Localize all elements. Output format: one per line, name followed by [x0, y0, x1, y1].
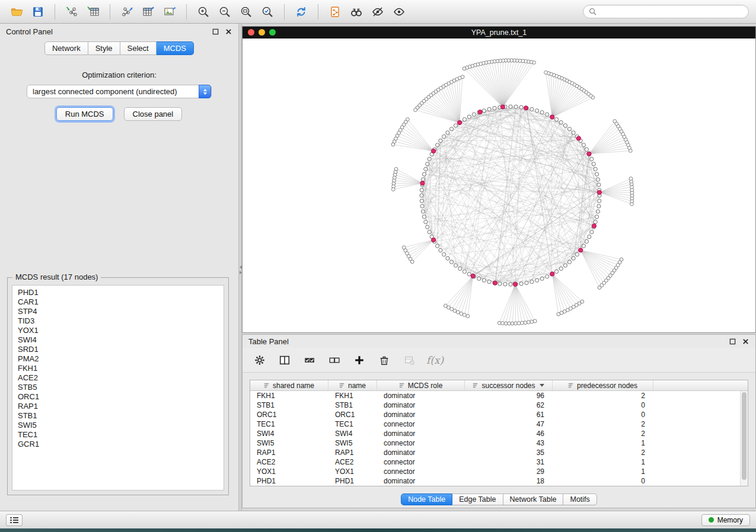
column-header-shared-name[interactable]: shared name	[250, 380, 328, 390]
mcds-node-item[interactable]: STP4	[18, 307, 218, 316]
main-toolbar	[0, 0, 756, 24]
close-panel-action-button[interactable]: Close panel	[124, 107, 183, 121]
mcds-node-item[interactable]: CAR1	[18, 297, 218, 307]
memory-status-icon	[709, 517, 714, 523]
memory-button[interactable]: Memory	[701, 514, 750, 526]
table-cell: ACE2	[250, 457, 328, 467]
table-row[interactable]: TEC1TEC1connector472	[250, 419, 740, 429]
import-disabled-button[interactable]	[401, 352, 417, 368]
export-network-icon	[120, 5, 133, 18]
deselect-all-button[interactable]	[327, 352, 342, 368]
mcds-node-item[interactable]: GCR1	[18, 440, 218, 449]
scrollbar-thumb[interactable]	[742, 392, 747, 480]
export-network-button[interactable]	[117, 3, 136, 21]
search-input[interactable]	[599, 8, 743, 16]
mcds-node-item[interactable]: PMA2	[18, 354, 218, 364]
zoom-out-button[interactable]	[215, 3, 234, 21]
mcds-node-item[interactable]: PHD1	[18, 288, 218, 297]
zoom-fit-button[interactable]	[237, 3, 256, 21]
table-row[interactable]: PHD1PHD1dominator180	[250, 476, 740, 486]
mcds-node-item[interactable]: STB1	[18, 411, 218, 421]
export-image-button[interactable]	[160, 3, 179, 21]
table-panel-title: Table Panel	[248, 337, 289, 346]
add-button[interactable]	[352, 352, 367, 368]
table-row[interactable]: ACE2ACE2connector311	[250, 457, 740, 467]
float-panel-button[interactable]	[211, 27, 219, 36]
mcds-node-item[interactable]: YOX1	[18, 326, 218, 335]
tab-mcds[interactable]: MCDS	[157, 41, 194, 55]
column-header-name[interactable]: name	[328, 380, 377, 390]
mcds-node-item[interactable]: STB5	[18, 383, 218, 392]
tab-node-table[interactable]: Node Table	[401, 493, 452, 505]
zoom-in-button[interactable]	[194, 3, 213, 21]
tab-motifs[interactable]: Motifs	[563, 493, 596, 505]
status-bar: Memory	[0, 511, 756, 528]
export-table-button[interactable]	[139, 3, 158, 21]
show-button[interactable]	[390, 3, 409, 21]
column-header-predecessor-nodes[interactable]: predecessor nodes	[553, 380, 653, 390]
close-table-panel-button[interactable]	[741, 337, 749, 345]
tab-style[interactable]: Style	[88, 41, 120, 55]
mcds-node-item[interactable]: SRD1	[18, 345, 218, 354]
column-menu-icon	[473, 382, 479, 389]
mcds-node-item[interactable]: TID3	[18, 316, 218, 326]
window-minimize-button[interactable]	[259, 29, 265, 36]
mcds-node-item[interactable]: ACE2	[18, 373, 218, 383]
mcds-node-item[interactable]: SWI5	[18, 421, 218, 430]
table-cell: 61	[465, 410, 553, 419]
table-row[interactable]: SWI4SWI4dominator462	[250, 429, 740, 438]
table-row[interactable]: STB1STB1dominator620	[250, 400, 740, 410]
gear-button[interactable]	[252, 352, 267, 368]
tab-network[interactable]: Network	[44, 41, 88, 55]
tab-network-table[interactable]: Network Table	[503, 493, 564, 505]
optimization-select[interactable]: largest connected component (undirected)	[27, 85, 212, 98]
table-scrollbar[interactable]	[740, 391, 748, 486]
table-cell: dominator	[377, 476, 465, 486]
close-panel-button[interactable]	[224, 27, 232, 36]
task-history-button[interactable]	[6, 514, 23, 526]
window-zoom-button[interactable]	[269, 29, 276, 36]
table-cell: FKH1	[250, 391, 328, 400]
mcds-node-item[interactable]: FKH1	[18, 364, 218, 373]
open-session-button[interactable]	[7, 3, 26, 21]
mcds-node-item[interactable]: RAP1	[18, 402, 218, 411]
mcds-result-list[interactable]: PHD1CAR1STP4TID3YOX1SWI4SRD1PMA2FKH1ACE2…	[12, 285, 224, 491]
zoom-selected-button[interactable]	[258, 3, 277, 21]
zoom-selected-icon	[261, 5, 274, 18]
refresh-button[interactable]	[292, 3, 311, 21]
table-cell: 2	[553, 448, 653, 457]
table-row[interactable]: YOX1YOX1connector291	[250, 467, 740, 476]
column-header-MCDS-role[interactable]: MCDS role	[377, 380, 465, 390]
window-close-button[interactable]	[248, 29, 254, 36]
import-table-button[interactable]	[84, 3, 103, 21]
network-canvas[interactable]	[243, 39, 755, 332]
toolbar-separator	[284, 4, 285, 20]
tab-edge-table[interactable]: Edge Table	[452, 493, 503, 505]
table-row[interactable]: ORC1ORC1dominator610	[250, 410, 740, 419]
control-panel-tabs: NetworkStyleSelectMCDS	[0, 41, 238, 55]
close-icon	[225, 28, 232, 35]
float-table-panel-button[interactable]	[728, 337, 736, 345]
columns-button[interactable]	[277, 352, 292, 368]
network-titlebar[interactable]: YPA_prune.txt_1	[243, 27, 755, 39]
search-box[interactable]	[583, 5, 749, 18]
function-builder-button[interactable]: f(x)	[426, 354, 444, 366]
table-cell: dominator	[377, 400, 465, 410]
delete-button[interactable]	[377, 352, 392, 368]
mcds-node-item[interactable]: TEC1	[18, 430, 218, 440]
find-button[interactable]	[347, 3, 366, 21]
hide-button[interactable]	[368, 3, 387, 21]
table-cell: 0	[553, 476, 653, 486]
mcds-node-item[interactable]: SWI4	[18, 335, 218, 345]
clone-network-button[interactable]	[326, 3, 344, 21]
column-header-successor-nodes[interactable]: successor nodes	[465, 380, 553, 390]
save-session-button[interactable]	[28, 3, 47, 21]
mcds-node-item[interactable]: ORC1	[18, 392, 218, 402]
table-row[interactable]: FKH1FKH1dominator962	[250, 391, 740, 400]
select-all-button[interactable]	[302, 352, 317, 368]
import-network-button[interactable]	[62, 3, 81, 21]
table-row[interactable]: SWI5SWI5connector431	[250, 438, 740, 448]
run-mcds-button[interactable]: Run MCDS	[56, 107, 113, 121]
tab-select[interactable]: Select	[120, 41, 157, 55]
table-row[interactable]: RAP1RAP1dominator352	[250, 448, 740, 457]
